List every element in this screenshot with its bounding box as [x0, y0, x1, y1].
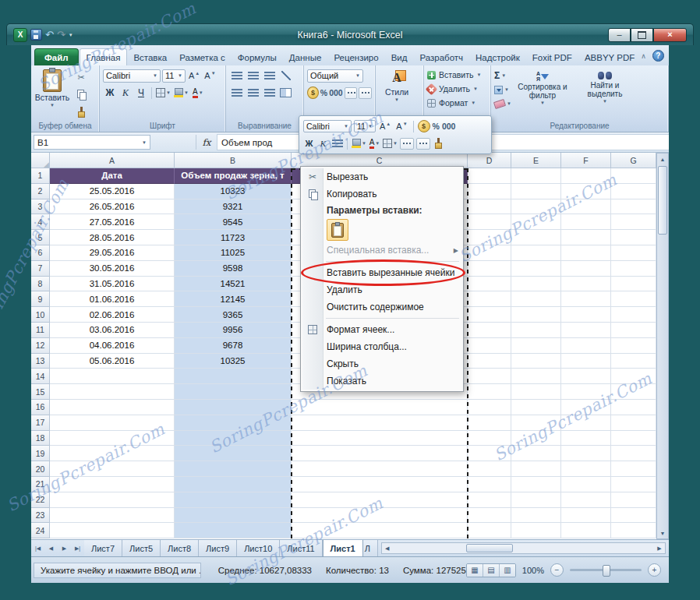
cell-F13[interactable]	[561, 354, 611, 369]
ribbon-tab-Рецензиро[interactable]: Рецензиро	[327, 49, 384, 65]
cell-E2[interactable]	[511, 184, 561, 199]
cell-B23[interactable]	[175, 508, 292, 524]
cell-E8[interactable]	[511, 277, 561, 292]
cell-B4[interactable]: 9545	[175, 214, 292, 230]
cell-B2[interactable]: 10323	[175, 184, 292, 199]
cell-E18[interactable]	[511, 431, 561, 446]
cell-A8[interactable]: 31.05.2016	[50, 277, 175, 292]
cell-G7[interactable]	[611, 261, 656, 277]
cell-F6[interactable]	[561, 245, 611, 261]
cell-A9[interactable]: 01.06.2016	[50, 291, 175, 307]
sheet-nav-prev-button[interactable]: ◀	[44, 540, 58, 556]
scroll-left-button[interactable]: ◀	[382, 545, 393, 552]
cell-B22[interactable]	[175, 492, 292, 508]
cell-D10[interactable]	[468, 307, 511, 323]
align-bottom-button[interactable]	[262, 69, 277, 83]
increase-decimal-button[interactable]	[345, 87, 358, 99]
cell-F16[interactable]	[561, 400, 611, 415]
cell-E4[interactable]	[511, 214, 561, 230]
zoom-slider[interactable]	[570, 569, 642, 571]
zoom-out-button[interactable]: −	[550, 563, 564, 577]
cell-F23[interactable]	[561, 508, 611, 524]
ribbon-tab-Вставка[interactable]: Вставка	[127, 49, 173, 65]
collapse-ribbon-icon[interactable]: ∧	[641, 52, 646, 60]
cell-A6[interactable]: 29.05.2016	[50, 245, 175, 261]
row-header-20[interactable]: 20	[31, 461, 50, 477]
row-header-14[interactable]: 14	[31, 369, 50, 384]
cell-D18[interactable]	[468, 431, 511, 446]
ribbon-tab-Надстройк[interactable]: Надстройк	[469, 49, 526, 65]
cell-D13[interactable]	[468, 354, 511, 369]
cell-F15[interactable]	[561, 384, 611, 400]
align-middle-button[interactable]	[246, 69, 260, 83]
cell-D22[interactable]	[468, 492, 511, 508]
cell-F18[interactable]	[561, 431, 611, 446]
cell-D8[interactable]	[468, 277, 511, 292]
cell-D14[interactable]	[468, 369, 511, 384]
cell-A18[interactable]	[50, 431, 175, 446]
row-header-5[interactable]: 5	[31, 230, 50, 245]
mini-font-name-select[interactable]: Calibri ▼	[303, 120, 352, 132]
cell-F22[interactable]	[561, 492, 611, 508]
cell-G8[interactable]	[611, 277, 656, 292]
number-format-select[interactable]: Общий ▼	[307, 69, 363, 83]
bold-button[interactable]: Ж	[103, 86, 117, 100]
mini-increase-decimal-button[interactable]	[400, 138, 414, 150]
font-size-select[interactable]: 11 ▼	[162, 69, 186, 83]
cell-F9[interactable]	[561, 291, 611, 307]
cell-G23[interactable]	[611, 508, 656, 524]
cell-E15[interactable]	[511, 384, 561, 400]
cell-D4[interactable]	[468, 214, 511, 230]
sheet-nav-last-button[interactable]: ▶|	[71, 540, 84, 556]
cell-B3[interactable]: 9321	[175, 199, 292, 215]
cell-D6[interactable]	[468, 245, 511, 261]
fill-button[interactable]: ▼	[494, 83, 511, 96]
row-header-2[interactable]: 2	[31, 184, 50, 199]
cell-E12[interactable]	[511, 338, 561, 354]
horizontal-scrollbar[interactable]: ◀ ▶	[381, 542, 666, 554]
cell-E22[interactable]	[511, 492, 561, 508]
column-header-B[interactable]: B	[175, 153, 292, 168]
cell-F19[interactable]	[561, 446, 611, 461]
cell-D1[interactable]	[468, 168, 511, 184]
row-header-24[interactable]: 24	[31, 523, 50, 538]
cell-A4[interactable]: 27.05.2016	[50, 214, 175, 230]
mini-grow-font-button[interactable]: А▲	[378, 122, 392, 131]
menu-item-hide[interactable]: Скрыть	[302, 355, 461, 372]
cell-F11[interactable]	[561, 323, 611, 338]
cell-E24[interactable]	[511, 523, 561, 538]
zoom-slider-thumb[interactable]	[603, 565, 610, 577]
excel-app-icon[interactable]: X	[13, 28, 27, 42]
cell-E9[interactable]	[511, 291, 561, 307]
row-header-8[interactable]: 8	[31, 277, 50, 292]
insert-cells-button[interactable]: Вставить ▼	[427, 68, 487, 82]
cell-B17[interactable]	[175, 415, 292, 431]
cell-F7[interactable]	[561, 261, 611, 277]
clear-button[interactable]: ▼	[494, 97, 511, 110]
cell-C18[interactable]	[292, 431, 468, 446]
cell-B12[interactable]: 9678	[175, 338, 292, 354]
cell-F14[interactable]	[561, 369, 611, 384]
cell-B19[interactable]	[175, 446, 292, 461]
align-left-button[interactable]	[229, 86, 244, 100]
qat-customize-arrow-icon[interactable]: ▼	[69, 33, 73, 37]
cell-C21[interactable]	[292, 477, 468, 492]
row-header-13[interactable]: 13	[31, 354, 50, 369]
zoom-level[interactable]: 100%	[522, 566, 544, 575]
menu-item-column-width[interactable]: Ширина столбца...	[302, 338, 461, 355]
cell-G14[interactable]	[611, 369, 656, 384]
mini-italic-button[interactable]: К	[317, 137, 329, 150]
cell-F8[interactable]	[561, 277, 611, 292]
cell-B6[interactable]: 11025	[175, 245, 292, 261]
fill-color-button[interactable]: ▼	[173, 86, 189, 100]
cell-E6[interactable]	[511, 245, 561, 261]
cell-A2[interactable]: 25.05.2016	[50, 184, 175, 199]
mini-accounting-icon[interactable]: $	[418, 120, 430, 132]
autosum-button[interactable]: Σ▼	[494, 69, 511, 82]
cell-G16[interactable]	[611, 400, 656, 415]
sheet-tab-Лист8[interactable]: Лист8	[161, 540, 199, 556]
menu-item-cut[interactable]: ✂Вырезать	[302, 168, 461, 185]
cell-E11[interactable]	[511, 323, 561, 338]
cell-B16[interactable]	[175, 400, 292, 415]
cell-A15[interactable]	[50, 384, 175, 400]
